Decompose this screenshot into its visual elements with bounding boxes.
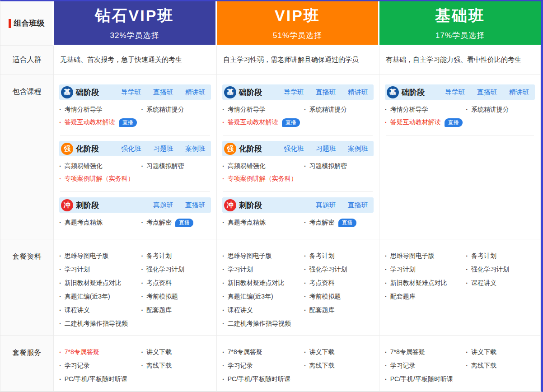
services-cell-basic: 7*8专属答疑讲义下载学习记录离线下载PC/手机/平板随时听课 — [379, 336, 541, 392]
class-type-link[interactable]: 导学班 — [445, 88, 465, 97]
class-type-link[interactable]: 强化班 — [121, 145, 141, 153]
list-item-text: 专项案例讲解（实务科） — [228, 175, 297, 183]
list-item-text: 高频易错强化 — [228, 162, 266, 170]
stage-class-links: 导学班直播班精讲班 — [121, 88, 206, 97]
class-type-link[interactable]: 直播班 — [316, 88, 336, 97]
list-item: 真题考点精炼 — [222, 219, 304, 227]
list-item: 课程讲义 — [466, 279, 535, 287]
list-item-text: 强化学习计划 — [146, 266, 184, 274]
list-item: 讲义下载 — [304, 348, 374, 356]
plan-header-basic[interactable]: 基础班17%学员选择 — [379, 1, 541, 46]
list-item-text: 讲义下载 — [309, 348, 335, 356]
list-item-text: 二建机考操作指导视频 — [228, 320, 291, 328]
list-item: 习题模拟解密 — [304, 162, 374, 170]
list-item-text: 配套题库 — [146, 306, 172, 314]
stage-items: 真题考点精炼考点解密直播 — [59, 216, 211, 229]
list-item-text: 答疑互动教材解读 — [390, 118, 441, 126]
list-item: 系统精讲提分 — [141, 106, 211, 114]
class-type-link[interactable]: 直播班 — [185, 201, 206, 210]
list-item: 课程讲义 — [222, 306, 304, 314]
stage-badge-icon: 冲 — [224, 199, 236, 211]
list-item-text: PC/手机/平板随时听课 — [390, 375, 453, 383]
stage-badge-icon: 强 — [61, 143, 73, 155]
materials-cell-basic: 思维导图电子版备考计划学习计划强化学习计划新旧教材疑难点对比课程讲义配套题库 — [379, 239, 541, 336]
list-item-text: 7*8专属答疑 — [228, 348, 262, 356]
list-item: 7*8专属答疑 — [385, 348, 466, 356]
class-type-link[interactable]: 精讲班 — [509, 88, 529, 97]
list-item: 二建机考操作指导视频 — [222, 320, 304, 328]
corner-cell-class-combo: 组合班级 — [0, 1, 54, 46]
stage-class-links: 真题班直播班 — [153, 201, 206, 210]
row-label-materials: 套餐资料 — [0, 239, 54, 336]
class-type-link[interactable]: 案例班 — [348, 145, 368, 153]
plan-pick-rate: 17%学员选择 — [435, 30, 485, 41]
live-badge: 直播 — [175, 219, 193, 227]
list-item-text: 考情分析导学 — [228, 106, 266, 114]
courses-cell-basic: 基础阶段导学班直播班精讲班考情分析导学系统精讲提分答疑互动教材解读直播 — [379, 75, 541, 239]
list-item: 离线下载 — [466, 362, 535, 370]
list-item: 配套题库 — [304, 306, 374, 314]
class-type-link[interactable]: 精讲班 — [348, 88, 368, 97]
list-item-text: 考情分析导学 — [390, 106, 428, 114]
list-item: 习题模拟解密 — [141, 162, 211, 170]
stage-class-links: 真题班直播班 — [316, 201, 368, 210]
list-item: 思维导图电子版 — [385, 252, 466, 260]
materials-cell-diamond-vip: 思维导图电子版备考计划学习计划强化学习计划新旧教材疑难点对比考点资料真题汇编(近… — [54, 239, 217, 336]
list-item-text: PC/手机/平板随时听课 — [65, 375, 127, 383]
plan-header-diamond-vip[interactable]: 钻石VIP班32%学员选择 — [54, 1, 217, 46]
class-type-link[interactable]: 直播班 — [348, 201, 368, 210]
class-type-link[interactable]: 直播班 — [477, 88, 497, 97]
list-item: 高频易错强化 — [59, 162, 141, 170]
red-accent-bar — [9, 19, 11, 28]
list-item: 专项案例讲解（实务科） — [222, 175, 304, 183]
list-item-text: 考点解密 — [309, 219, 335, 227]
live-badge: 直播 — [119, 118, 137, 127]
list-item: 讲义下载 — [466, 348, 535, 356]
list-item-text: 考点资料 — [309, 279, 335, 287]
list-item: 强化学习计划 — [466, 266, 535, 274]
stage-badge-icon: 基 — [387, 86, 399, 98]
list-item-text: 课程讲义 — [65, 306, 90, 314]
list-item-text: 课程讲义 — [228, 306, 253, 314]
class-type-link[interactable]: 习题班 — [316, 145, 336, 153]
stage-name: 础阶段 — [402, 87, 425, 98]
list-item: 答疑互动教材解读直播 — [59, 118, 141, 127]
list-item-text: 配套题库 — [309, 306, 335, 314]
list-item-text: 新旧教材疑难点对比 — [65, 279, 122, 287]
list-item: 学习记录 — [222, 362, 304, 370]
list-item-text: 系统精讲提分 — [309, 106, 347, 114]
class-type-link[interactable]: 案例班 — [185, 145, 206, 153]
list-item-text: 答疑互动教材解读 — [65, 118, 115, 126]
list-item: 考情分析导学 — [222, 106, 304, 114]
class-type-link[interactable]: 直播班 — [153, 88, 173, 97]
list-item-text: 学习计划 — [390, 266, 416, 274]
row-label-courses: 包含课程 — [0, 75, 54, 239]
services-items: 7*8专属答疑讲义下载学习记录离线下载PC/手机/平板随时听课 — [222, 345, 374, 386]
list-item: 配套题库 — [141, 306, 211, 314]
list-item-text: 学习记录 — [390, 362, 416, 370]
list-item: 7*8专属答疑 — [59, 348, 141, 356]
class-type-link[interactable]: 真题班 — [153, 201, 173, 210]
class-type-link[interactable]: 导学班 — [284, 88, 304, 97]
stage-name: 础阶段 — [76, 87, 99, 98]
class-type-link[interactable]: 真题班 — [316, 201, 336, 210]
plan-title: 钻石VIP班 — [95, 5, 174, 26]
list-item-text: 学习计划 — [228, 266, 253, 274]
stage-header: 强化阶段强化班习题班案例班 — [59, 141, 211, 156]
list-item: PC/手机/平板随时听课 — [222, 375, 304, 383]
stage-name: 化阶段 — [76, 144, 99, 154]
course-plan-comparison-table: 组合班级 钻石VIP班32%学员选择 VIP班51%学员选择 基础班17%学员选… — [0, 0, 543, 392]
list-item: 系统精讲提分 — [466, 106, 535, 114]
class-type-link[interactable]: 习题班 — [153, 145, 173, 153]
list-item: 学习记录 — [385, 362, 466, 370]
class-type-link[interactable]: 导学班 — [121, 88, 141, 97]
list-item: 离线下载 — [141, 362, 211, 370]
list-item-text: 习题模拟解密 — [146, 162, 184, 170]
list-item-text: 高频易错强化 — [65, 162, 103, 170]
class-type-link[interactable]: 精讲班 — [185, 88, 206, 97]
list-item-text: 学习记录 — [228, 362, 253, 370]
list-item-text: 真题汇编(近3年) — [228, 293, 273, 301]
class-type-link[interactable]: 强化班 — [284, 145, 304, 153]
plan-header-vip[interactable]: VIP班51%学员选择 — [217, 1, 379, 46]
plan-title: VIP班 — [275, 5, 320, 26]
